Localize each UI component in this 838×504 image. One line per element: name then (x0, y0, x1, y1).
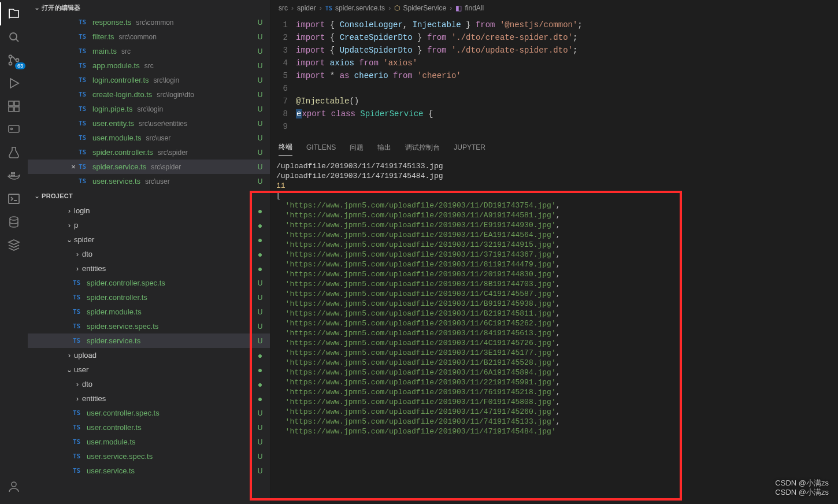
panel-tab[interactable]: 输出 (377, 143, 391, 156)
terminal-output[interactable]: /uploadfile/201903/11/74191745133.jpg/up… (270, 159, 838, 504)
docker-icon[interactable] (0, 164, 28, 187)
open-editor-item[interactable]: TSapp.module.tssrcU (28, 58, 270, 73)
git-status: U (255, 337, 265, 345)
database-icon[interactable] (0, 210, 28, 234)
git-status: U (255, 18, 265, 27)
breadcrumb-separator-icon: › (388, 4, 391, 12)
open-editor-item[interactable]: ×TSspider.service.tssrc\spiderU (28, 160, 270, 174)
folder-item[interactable]: ⌄spider● (28, 232, 270, 247)
panel-tab[interactable]: JUPYTER (454, 143, 485, 155)
open-editors-header[interactable]: ⌄ 打开的编辑器 (28, 0, 270, 15)
open-editor-item[interactable]: TSuser.service.tssrc\userU (28, 174, 270, 188)
svg-rect-13 (11, 172, 13, 174)
explorer-sidebar: ⌄ 打开的编辑器 TSresponse.tssrc\commonUTSfilte… (28, 0, 270, 504)
class-icon: ⬡ (394, 4, 400, 12)
folder-item[interactable]: ›entities● (28, 391, 270, 406)
svg-rect-7 (14, 107, 19, 112)
folder-item[interactable]: ›entities● (28, 261, 270, 276)
file-dir: src (144, 62, 154, 70)
ts-file-icon: TS (79, 91, 91, 98)
folder-item[interactable]: ›dto● (28, 247, 270, 261)
testing-icon[interactable] (0, 141, 28, 164)
panel-tab[interactable]: 问题 (350, 143, 364, 156)
run-icon[interactable] (0, 72, 28, 95)
terminal-icon[interactable] (0, 187, 28, 210)
folder-label: entities (82, 394, 106, 403)
explorer-icon[interactable] (0, 2, 28, 25)
file-item[interactable]: TSuser.service.spec.tsU (28, 449, 270, 464)
git-status: U (255, 105, 265, 113)
git-status: ● (255, 221, 265, 229)
open-editor-item[interactable]: TSmain.tssrcU (28, 44, 270, 58)
git-status: U (255, 438, 265, 446)
breadcrumb-item[interactable]: ⬡ SpiderService (394, 4, 446, 12)
open-editor-item[interactable]: TSfilter.tssrc\commonU (28, 29, 270, 44)
stack-icon[interactable] (0, 234, 28, 257)
open-editor-item[interactable]: TSuser.entity.tssrc\user\entitiesU (28, 116, 270, 131)
git-status: U (255, 279, 265, 287)
folder-label: login (74, 206, 90, 215)
activity-bar: 63 (0, 0, 28, 504)
svg-point-1 (9, 55, 12, 58)
file-item[interactable]: TSuser.module.tsU (28, 435, 270, 449)
folder-item[interactable]: ⌄user● (28, 362, 270, 377)
editor-area: src›spider›TS spider.service.ts›⬡ Spider… (270, 0, 838, 504)
folder-item[interactable]: ›p● (28, 218, 270, 232)
panel-tab[interactable]: 终端 (279, 142, 292, 156)
open-editor-item[interactable]: TSresponse.tssrc\commonU (28, 15, 270, 29)
svg-point-16 (10, 217, 18, 220)
close-icon[interactable]: × (68, 162, 79, 171)
file-dir: src (121, 47, 131, 55)
file-label: spider.service.spec.ts (87, 322, 158, 331)
breadcrumb[interactable]: src›spider›TS spider.service.ts›⬡ Spider… (270, 0, 838, 16)
folder-item[interactable]: ›login● (28, 203, 270, 218)
file-item[interactable]: TSspider.controller.tsU (28, 290, 270, 305)
remote-icon[interactable] (0, 118, 28, 141)
breadcrumb-item[interactable]: TS spider.service.ts (325, 4, 385, 12)
open-editor-item[interactable]: TSuser.module.tssrc\userU (28, 131, 270, 145)
ts-file-icon: TS (79, 177, 91, 185)
file-item[interactable]: TSspider.controller.spec.tsU (28, 276, 270, 290)
file-item[interactable]: TSspider.service.spec.tsU (28, 319, 270, 333)
ts-file-icon: TS (79, 134, 91, 142)
file-item[interactable]: TSspider.service.tsU (28, 333, 270, 348)
git-status: U (255, 323, 265, 331)
open-editor-item[interactable]: TScreate-login.dto.tssrc\login\dtoU (28, 87, 270, 102)
ts-file-icon: TS (79, 18, 91, 26)
folder-label: user (74, 365, 88, 374)
git-status: U (255, 62, 265, 70)
file-item[interactable]: TSuser.controller.spec.tsU (28, 406, 270, 420)
folder-item[interactable]: ›dto● (28, 377, 270, 391)
account-icon[interactable] (0, 475, 28, 498)
git-status: ● (255, 380, 265, 388)
extensions-icon[interactable] (0, 95, 28, 118)
git-status: ● (255, 250, 265, 258)
open-editor-item[interactable]: TSspider.controller.tssrc\spiderU (28, 145, 270, 160)
panel-tab[interactable]: GITLENS (306, 143, 336, 155)
project-header[interactable]: ⌄ PROJECT (28, 188, 270, 203)
code-editor[interactable]: 123456789 import { ConsoleLogger, Inject… (270, 16, 838, 139)
git-status: U (255, 120, 265, 128)
folder-item[interactable]: ›upload● (28, 348, 270, 362)
file-label: user.controller.ts (87, 423, 142, 432)
git-status: U (255, 424, 265, 432)
breadcrumb-item[interactable]: src (279, 4, 288, 12)
file-item[interactable]: TSuser.controller.tsU (28, 420, 270, 435)
file-item[interactable]: TSuser.service.tsU (28, 464, 270, 478)
breadcrumb-item[interactable]: ◧ findAll (455, 4, 484, 12)
source-control-icon[interactable]: 63 (0, 49, 28, 72)
git-status: U (255, 134, 265, 142)
search-icon[interactable] (0, 25, 28, 49)
file-item[interactable]: TSspider.module.tsU (28, 305, 270, 319)
file-label: spider.service.ts (92, 162, 146, 171)
file-label: login.pipe.ts (92, 105, 132, 113)
panel-tab[interactable]: 调试控制台 (405, 143, 440, 156)
breadcrumb-item[interactable]: spider (297, 4, 316, 12)
file-label: spider.service.ts (87, 336, 140, 345)
open-editor-item[interactable]: TSlogin.controller.tssrc\loginU (28, 73, 270, 87)
file-label: spider.controller.ts (92, 148, 153, 157)
open-editor-item[interactable]: TSlogin.pipe.tssrc\loginU (28, 102, 270, 116)
svg-rect-15 (9, 194, 19, 203)
method-icon: ◧ (455, 4, 462, 12)
git-status: U (255, 294, 265, 302)
